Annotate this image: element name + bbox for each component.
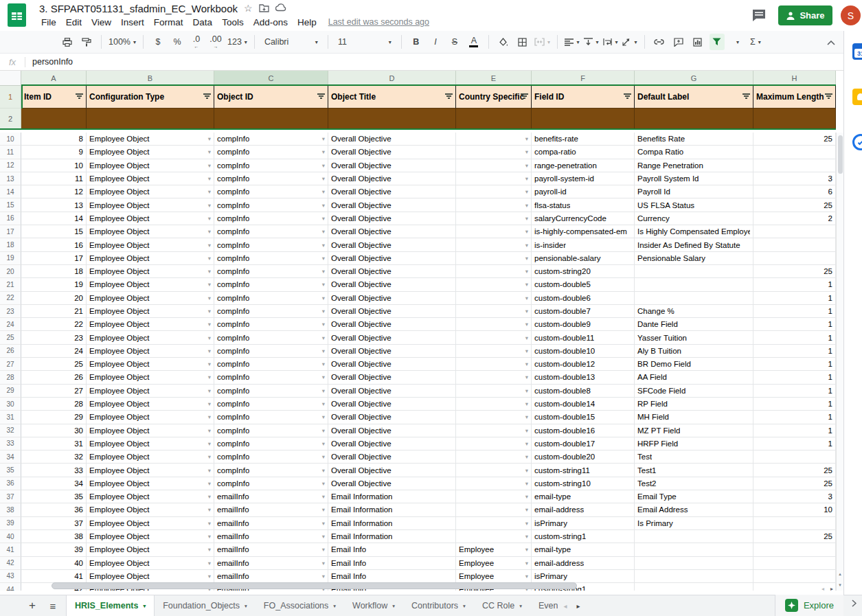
cell-B41[interactable]: Employee Object▾ — [87, 543, 214, 556]
cell-D29[interactable]: Overall Objective — [328, 385, 456, 398]
cell-dropdown-icon[interactable]: ▾ — [525, 334, 528, 341]
cell-F31[interactable]: custom-double15 — [532, 411, 635, 424]
cell-dropdown-icon[interactable]: ▾ — [322, 268, 325, 275]
cell-C15[interactable]: compInfo▾ — [214, 198, 328, 212]
cell-H13[interactable]: 3 — [753, 172, 836, 185]
colored-cell[interactable] — [328, 109, 456, 128]
column-header-B[interactable]: B — [87, 71, 214, 86]
cell-F32[interactable]: custom-double16 — [532, 424, 635, 437]
cell-F18[interactable]: is-insider — [532, 238, 635, 251]
cell-H34[interactable] — [753, 450, 836, 464]
cell-dropdown-icon[interactable]: ▾ — [208, 440, 211, 447]
cell-F22[interactable]: custom-double6 — [532, 292, 635, 305]
cell-A13[interactable]: 11 — [21, 172, 87, 185]
filter-funnel-icon[interactable] — [742, 93, 750, 100]
cell-G40[interactable] — [635, 530, 753, 543]
row-header-31[interactable]: 31 — [0, 411, 21, 424]
cell-H17[interactable] — [753, 225, 836, 238]
cell-B38[interactable]: Employee Object▾ — [87, 503, 214, 516]
cell-dropdown-icon[interactable]: ▾ — [208, 453, 211, 460]
cell-F30[interactable]: custom-double14 — [532, 398, 635, 411]
column-header-H[interactable]: H — [753, 71, 836, 86]
cell-C32[interactable]: compInfo▾ — [214, 424, 328, 437]
cell-G27[interactable]: BR Demo Field — [635, 358, 753, 371]
cell-F24[interactable]: custom-double9 — [532, 318, 635, 331]
cell-dropdown-icon[interactable]: ▾ — [322, 334, 325, 341]
row-header-18[interactable]: 18 — [0, 238, 21, 251]
cell-A10[interactable]: 8 — [21, 133, 87, 146]
cell-E38[interactable]: ▾ — [456, 503, 532, 516]
row-header-15[interactable]: 15 — [0, 198, 21, 212]
cell-dropdown-icon[interactable]: ▾ — [208, 413, 211, 420]
collapse-toolbar-icon[interactable] — [823, 34, 839, 51]
cell-A11[interactable]: 9 — [21, 146, 87, 159]
tab-scroll-right-icon[interactable]: ▸ — [576, 602, 580, 610]
cell-H20[interactable]: 25 — [753, 265, 836, 278]
row-header-22[interactable]: 22 — [0, 292, 21, 305]
row-header-23[interactable]: 23 — [0, 305, 21, 318]
row-header-20[interactable]: 20 — [0, 265, 21, 278]
cell-B27[interactable]: Employee Object▾ — [87, 358, 214, 371]
sheet-tab-fo_associations[interactable]: FO_Associations▾ — [256, 595, 344, 616]
cell-H41[interactable] — [753, 543, 836, 556]
cell-dropdown-icon[interactable]: ▾ — [322, 162, 325, 169]
cell-H33[interactable]: 1 — [753, 437, 836, 450]
cell-dropdown-icon[interactable]: ▾ — [208, 573, 211, 580]
cell-G28[interactable]: AA Field — [635, 371, 753, 384]
cell-A40[interactable]: 38 — [21, 530, 87, 543]
comment-history-icon[interactable] — [751, 8, 767, 25]
cell-dropdown-icon[interactable]: ▾ — [525, 453, 528, 460]
cell-A35[interactable]: 33 — [21, 464, 87, 477]
cell-dropdown-icon[interactable]: ▾ — [525, 467, 528, 474]
cell-F38[interactable]: email-address — [532, 503, 635, 516]
cell-dropdown-icon[interactable]: ▾ — [322, 533, 325, 540]
cell-G29[interactable]: SFCode Field — [635, 385, 753, 398]
cell-dropdown-icon[interactable]: ▾ — [525, 560, 528, 567]
colored-cell[interactable] — [214, 109, 328, 128]
cell-B13[interactable]: Employee Object▾ — [87, 172, 214, 185]
cell-G34[interactable]: Test — [635, 450, 753, 464]
cell-C16[interactable]: compInfo▾ — [214, 212, 328, 225]
cell-A27[interactable]: 25 — [21, 358, 87, 371]
cell-dropdown-icon[interactable]: ▾ — [525, 400, 528, 407]
cell-H30[interactable]: 1 — [753, 398, 836, 411]
cell-F42[interactable]: email-address — [532, 557, 635, 570]
cell-F35[interactable]: custom-string11 — [532, 464, 635, 477]
cell-C18[interactable]: compInfo▾ — [214, 238, 328, 251]
cell-E34[interactable]: ▾ — [456, 450, 532, 464]
cell-D27[interactable]: Overall Objective — [328, 358, 456, 371]
cell-D13[interactable]: Overall Objective — [328, 172, 456, 185]
menu-view[interactable]: View — [87, 16, 116, 29]
tasks-icon[interactable] — [852, 134, 862, 150]
cell-E43[interactable]: Employee▾ — [456, 570, 532, 583]
cell-H25[interactable]: 1 — [753, 331, 836, 344]
cell-D23[interactable]: Overall Objective — [328, 305, 456, 318]
cell-D41[interactable]: Email Info — [328, 543, 456, 556]
cell-A22[interactable]: 20 — [21, 292, 87, 305]
column-header-E[interactable]: E — [456, 71, 532, 86]
share-button[interactable]: Share — [778, 5, 832, 25]
cell-E18[interactable]: ▾ — [456, 238, 532, 251]
cell-C30[interactable]: compInfo▾ — [214, 398, 328, 411]
insert-link-icon[interactable] — [652, 34, 667, 50]
row-header-33[interactable]: 33 — [0, 437, 21, 450]
cell-dropdown-icon[interactable]: ▾ — [208, 228, 211, 235]
cell-dropdown-icon[interactable]: ▾ — [525, 413, 528, 420]
cell-B10[interactable]: Employee Object▾ — [87, 133, 214, 146]
scroll-right-icon[interactable]: ▸ — [828, 584, 836, 593]
row-header-35[interactable]: 35 — [0, 464, 21, 477]
cell-dropdown-icon[interactable]: ▾ — [322, 440, 325, 447]
insert-comment-icon[interactable] — [671, 34, 686, 50]
cell-dropdown-icon[interactable]: ▾ — [525, 255, 528, 262]
cell-B22[interactable]: Employee Object▾ — [87, 292, 214, 305]
cell-B16[interactable]: Employee Object▾ — [87, 212, 214, 225]
cell-H36[interactable]: 25 — [753, 477, 836, 490]
cell-A12[interactable]: 10 — [21, 159, 87, 172]
cell-H31[interactable]: 1 — [753, 411, 836, 424]
row-header-40[interactable]: 40 — [0, 530, 21, 543]
cloud-saved-icon[interactable] — [275, 3, 287, 13]
cell-G30[interactable]: RP Field — [635, 398, 753, 411]
cell-H37[interactable]: 3 — [753, 490, 836, 503]
cell-F40[interactable]: custom-string1 — [532, 530, 635, 543]
row-header-44[interactable]: 44 — [0, 583, 21, 591]
